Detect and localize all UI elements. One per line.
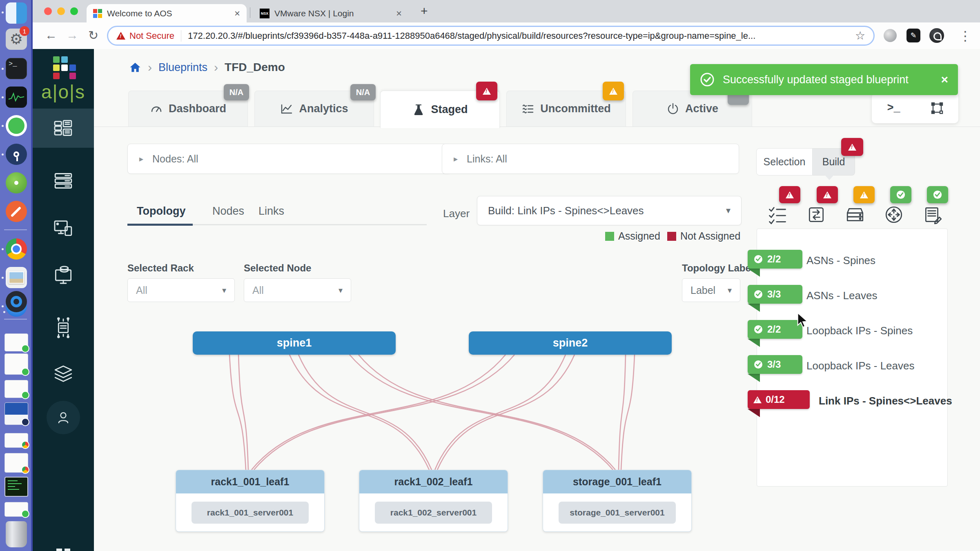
browser-tab-nsx[interactable]: NSX VMware NSX | Login × <box>253 4 408 22</box>
spine-label: spine1 <box>277 337 312 349</box>
tab-links[interactable]: Links <box>258 205 284 218</box>
spine-node[interactable]: spine2 <box>469 331 672 355</box>
resource-label[interactable]: Loopback IPs - Spines <box>806 324 913 337</box>
spine-node[interactable]: spine1 <box>193 331 396 355</box>
leaf-label: storage_001_leaf1 <box>543 470 691 493</box>
password-manager-icon[interactable] <box>6 144 27 165</box>
url-bar[interactable]: Not Secure 172.20.20.3/#/blueprints/cf39… <box>107 26 875 46</box>
graph-query-icon[interactable]: >_ <box>887 102 900 114</box>
tab-close-icon[interactable]: × <box>234 8 240 19</box>
traffic-light-close[interactable] <box>44 7 52 15</box>
running-dot <box>2 153 4 156</box>
tab-close-icon[interactable]: × <box>396 8 402 19</box>
links-filter[interactable]: ▸ Links: All <box>442 144 739 174</box>
minimized-window-password[interactable] <box>4 402 28 425</box>
dropdown-value: Label <box>690 284 728 296</box>
running-dot <box>2 11 4 13</box>
tab-label: Uncommitted <box>540 102 611 115</box>
traffic-light-zoom[interactable] <box>70 7 78 15</box>
activity-monitor-icon[interactable] <box>6 87 27 108</box>
layer-dropdown[interactable]: Build: Link IPs - Spines<>Leaves ▾ <box>477 196 742 225</box>
postman-icon[interactable] <box>6 201 27 222</box>
sidebar-item-resources[interactable] <box>33 255 94 294</box>
leaf-node[interactable]: rack1_002_leaf1 rack1_002_server001 <box>359 470 508 532</box>
browser-navbar: ← → ↻ Not Secure 172.20.20.3/#/blueprint… <box>33 22 980 49</box>
extension-icon[interactable] <box>884 29 897 42</box>
links-filter-value: Links: All <box>467 153 507 165</box>
finder-icon[interactable] <box>6 2 27 24</box>
screen: ⚙ 1 >_ <box>0 0 980 551</box>
sidebar-item-devices[interactable] <box>33 161 94 200</box>
resource-label[interactable]: ASNs - Spines <box>806 254 875 267</box>
status-badge-ok <box>927 186 948 203</box>
bookmark-star-icon[interactable]: ☆ <box>855 29 865 42</box>
forward-button[interactable]: → <box>66 28 78 42</box>
server-node[interactable]: storage_001_server001 <box>559 502 676 524</box>
build-tab-resources[interactable] <box>766 202 789 227</box>
minimized-window-terminal[interactable] <box>4 477 28 497</box>
minimized-window-evernote[interactable] <box>4 333 28 351</box>
minimized-window-chrome[interactable] <box>4 453 28 473</box>
build-tab-config[interactable] <box>921 202 944 227</box>
resource-label[interactable]: Loopback IPs - Leaves <box>806 360 915 372</box>
toast-close-icon[interactable]: × <box>941 73 948 87</box>
build-tab-interfaces[interactable] <box>805 202 828 227</box>
new-tab-button[interactable]: + <box>421 4 428 18</box>
chrome-icon[interactable] <box>6 238 27 260</box>
tab-nodes[interactable]: Nodes <box>212 205 244 218</box>
back-button[interactable]: ← <box>45 28 57 42</box>
refresh-button[interactable]: ↻ <box>88 28 98 42</box>
caret-right-icon[interactable]: ▸ <box>454 154 458 164</box>
minimized-window-evernote[interactable] <box>4 502 28 517</box>
running-dot <box>2 96 4 98</box>
selection-toggle[interactable]: Selection <box>756 148 813 176</box>
sidebar-item-design[interactable] <box>33 308 94 347</box>
trash-icon[interactable] <box>6 521 27 547</box>
badge-error <box>476 82 497 100</box>
nodes-filter[interactable]: ▸ Nodes: All <box>127 144 451 174</box>
profile-avatar-icon[interactable] <box>929 28 944 43</box>
sidebar-item-user[interactable] <box>33 398 94 437</box>
resource-count: 3/3 <box>767 359 781 370</box>
resource-badge[interactable]: 3/3 <box>748 355 802 374</box>
build-tab-routing[interactable] <box>882 202 905 227</box>
resource-badge[interactable]: 2/2 <box>748 250 802 269</box>
extension-pencil-icon[interactable]: ✎ <box>906 29 920 42</box>
browser-menu-icon[interactable]: ⋮ <box>959 28 972 44</box>
resource-label[interactable]: Link IPs - Spines<>Leaves <box>819 395 952 407</box>
sidebar-item-managed-devices[interactable] <box>33 208 94 247</box>
minimized-window-chrome[interactable] <box>4 433 28 448</box>
quicktime-icon[interactable] <box>6 291 27 312</box>
traffic-light-minimize[interactable] <box>57 7 65 15</box>
server-node[interactable]: rack1_001_server001 <box>192 502 309 524</box>
evernote-icon[interactable] <box>6 115 27 136</box>
minimized-window-evernote[interactable] <box>4 353 28 375</box>
terminal-icon[interactable]: >_ <box>6 58 27 79</box>
caret-right-icon[interactable]: ▸ <box>139 154 143 164</box>
preview-icon[interactable] <box>6 267 27 288</box>
home-icon[interactable] <box>129 61 141 73</box>
resource-label[interactable]: ASNs - Leaves <box>806 289 877 302</box>
leaf-node[interactable]: storage_001_leaf1 storage_001_server001 <box>543 470 692 532</box>
resource-badge-error[interactable]: 0/12 <box>748 390 810 409</box>
power-icon <box>666 102 679 116</box>
resource-badge[interactable]: 3/3 <box>748 285 802 304</box>
server-node[interactable]: rack1_002_server001 <box>375 502 492 524</box>
resource-badge[interactable]: 2/2 <box>748 320 802 339</box>
chevron-down-icon: ▾ <box>728 285 732 295</box>
sidebar-item-templates[interactable] <box>33 355 94 394</box>
selected-rack-dropdown[interactable]: All ▾ <box>127 278 235 302</box>
aos-sidebar: a|o|s <box>33 49 94 551</box>
tab-topology[interactable]: Topology <box>137 205 185 218</box>
breadcrumb-blueprints[interactable]: Blueprints <box>158 61 207 74</box>
fit-view-icon[interactable] <box>931 102 943 114</box>
minimized-window-evernote[interactable] <box>4 380 28 398</box>
system-preferences-icon[interactable]: ⚙ 1 <box>6 29 27 50</box>
build-tab-devices[interactable] <box>844 202 866 227</box>
atom-icon[interactable] <box>6 172 27 193</box>
selected-node-dropdown[interactable]: All ▾ <box>244 278 351 302</box>
leaf-node[interactable]: rack1_001_leaf1 rack1_001_server001 <box>176 470 325 532</box>
topology-label-dropdown[interactable]: Label ▾ <box>682 278 740 302</box>
sidebar-item-blueprints[interactable] <box>33 109 94 148</box>
browser-tab-aos[interactable]: Welcome to AOS × <box>87 4 247 22</box>
